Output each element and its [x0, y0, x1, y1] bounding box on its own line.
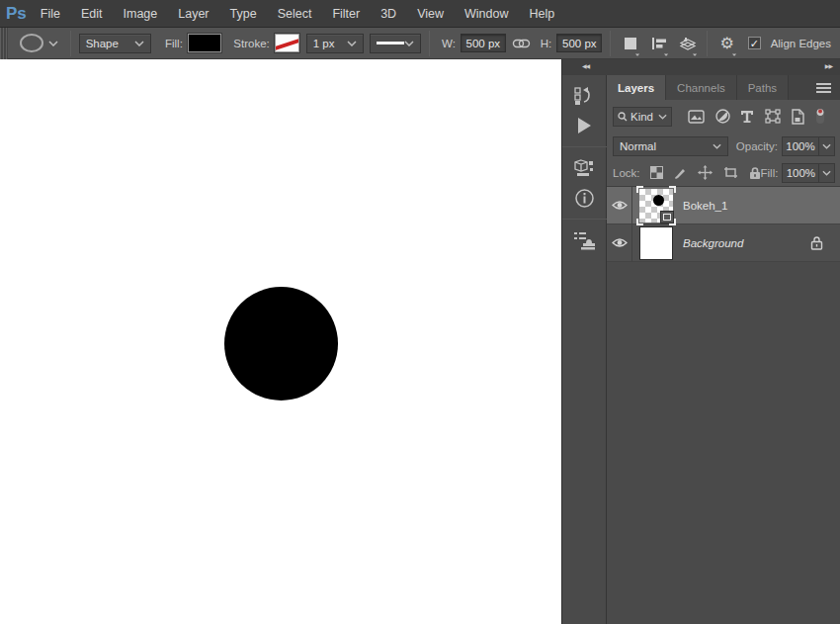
layer-name[interactable]: Background	[683, 237, 810, 249]
layer-thumbnail[interactable]	[636, 186, 676, 225]
layer-filter-row: Kind	[607, 100, 840, 133]
align-edges-checkbox[interactable]: ✓	[748, 37, 761, 49]
layer-comps-panel-button[interactable]	[562, 225, 607, 255]
filter-pixel-icon[interactable]	[688, 110, 705, 124]
expand-panels-icon[interactable]: ▶▶	[825, 62, 832, 69]
tab-paths[interactable]: Paths	[737, 75, 789, 100]
chevron-down-icon	[347, 41, 357, 46]
fill-swatch[interactable]	[188, 34, 222, 52]
filter-adjustment-icon[interactable]	[715, 109, 730, 124]
fill-dropdown-button[interactable]	[818, 164, 834, 182]
menu-image[interactable]: Image	[124, 7, 158, 21]
menu-select[interactable]: Select	[278, 7, 312, 21]
stroke-type-select[interactable]	[370, 34, 421, 53]
lock-pixels-icon[interactable]	[674, 166, 687, 179]
menu-3d[interactable]: 3D	[380, 7, 396, 21]
history-panel-icon	[573, 86, 595, 106]
filter-smartobject-icon[interactable]	[791, 109, 804, 125]
properties-panel-button[interactable]	[562, 153, 607, 183]
actions-panel-button[interactable]	[562, 111, 607, 140]
fill-opacity-value: 100%	[783, 164, 818, 182]
path-operations-button[interactable]	[619, 32, 641, 55]
canvas[interactable]	[0, 59, 562, 624]
shape-width-field[interactable]: 500 px	[461, 34, 506, 52]
filter-switch-icon[interactable]	[815, 108, 825, 125]
height-label: H:	[541, 38, 552, 49]
layers-panel-group: Layers Channels Paths Kind	[607, 75, 840, 624]
link-icon	[512, 37, 531, 50]
path-operations-icon	[624, 37, 637, 50]
menu-layer[interactable]: Layer	[178, 7, 209, 21]
align-edges-label: Align Edges	[771, 38, 831, 49]
blend-mode-row: Normal Opacity: 100%	[607, 133, 840, 159]
properties-panel-icon	[573, 158, 595, 178]
lock-position-icon[interactable]	[698, 165, 713, 180]
ellipse-shape[interactable]	[224, 287, 338, 401]
chevron-down-icon	[713, 143, 721, 149]
chevron-down-icon	[633, 49, 639, 55]
options-bar-grip[interactable]	[0, 28, 8, 59]
filter-kind-select[interactable]: Kind	[613, 107, 672, 127]
history-panel-button[interactable]	[562, 81, 607, 111]
stroke-swatch[interactable]	[275, 34, 299, 52]
chevron-down-icon	[822, 170, 831, 176]
fill-opacity-select[interactable]: 100%	[782, 163, 835, 183]
lock-transparency-icon[interactable]	[650, 166, 663, 179]
collapse-panels-icon[interactable]: ◀◀	[582, 62, 589, 69]
filter-shape-icon[interactable]	[765, 109, 781, 124]
layer-row-background[interactable]: Background	[607, 224, 840, 262]
info-panel-icon	[574, 188, 595, 209]
tab-layers[interactable]: Layers	[607, 75, 666, 100]
menu-edit[interactable]: Edit	[81, 7, 103, 21]
chevron-down-icon	[658, 114, 667, 120]
lock-row: Lock: Fill: 100%	[607, 159, 840, 186]
separator	[70, 31, 71, 56]
info-panel-button[interactable]	[562, 183, 607, 213]
eye-icon	[612, 200, 628, 211]
tool-preset-picker[interactable]	[16, 32, 62, 54]
tool-mode-select[interactable]: Shape	[79, 34, 151, 53]
tabs-filler	[789, 75, 840, 100]
menu-type[interactable]: Type	[230, 7, 257, 21]
lock-all-icon[interactable]	[749, 166, 761, 180]
menu-window[interactable]: Window	[464, 7, 508, 21]
opacity-value: 100%	[783, 137, 818, 155]
chevron-down-icon	[48, 41, 58, 46]
path-arrangement-button[interactable]	[676, 32, 699, 55]
fill-label: Fill:	[761, 167, 779, 179]
path-alignment-button[interactable]	[647, 32, 670, 55]
panel-menu-icon[interactable]	[816, 87, 831, 89]
shape-height-field[interactable]: 500 px	[556, 34, 602, 52]
blend-mode-select[interactable]: Normal	[613, 136, 728, 156]
menu-help[interactable]: Help	[530, 7, 555, 21]
stroke-style-solid-icon	[377, 42, 404, 45]
layer-name[interactable]: Bokeh_1	[683, 200, 840, 212]
opacity-select[interactable]: 100%	[782, 136, 835, 156]
lock-artboard-icon[interactable]	[723, 166, 738, 179]
width-label: W:	[442, 38, 456, 49]
layer-thumbnail[interactable]	[636, 223, 676, 263]
actions-panel-icon	[578, 118, 591, 134]
dock-body: Layers Channels Paths Kind	[562, 75, 840, 624]
stroke-width-select[interactable]: 1 px	[306, 34, 364, 53]
link-dimensions-button[interactable]	[510, 32, 533, 55]
separator	[562, 219, 607, 220]
separator	[707, 31, 708, 56]
menu-file[interactable]: File	[41, 7, 60, 21]
layers-list-empty-area	[607, 262, 840, 624]
tool-options-bar: Shape Fill: Stroke: 1 px W: 500 px H: 50…	[0, 28, 840, 59]
tab-channels[interactable]: Channels	[666, 75, 737, 100]
visibility-toggle[interactable]	[607, 224, 632, 262]
visibility-toggle[interactable]	[607, 187, 632, 224]
separator	[562, 146, 607, 147]
stroke-label: Stroke:	[233, 38, 269, 49]
menu-view[interactable]: View	[417, 7, 444, 21]
layer-row-bokeh[interactable]: Bokeh_1	[607, 187, 840, 224]
panel-tabs: Layers Channels Paths	[607, 75, 840, 100]
shape-settings-button[interactable]: ⚙	[715, 32, 738, 55]
menu-filter[interactable]: Filter	[332, 7, 360, 21]
filter-type-icon[interactable]	[740, 110, 754, 124]
path-arrange-icon	[679, 36, 697, 51]
path-align-icon	[651, 37, 667, 50]
opacity-dropdown-button[interactable]	[818, 137, 834, 155]
